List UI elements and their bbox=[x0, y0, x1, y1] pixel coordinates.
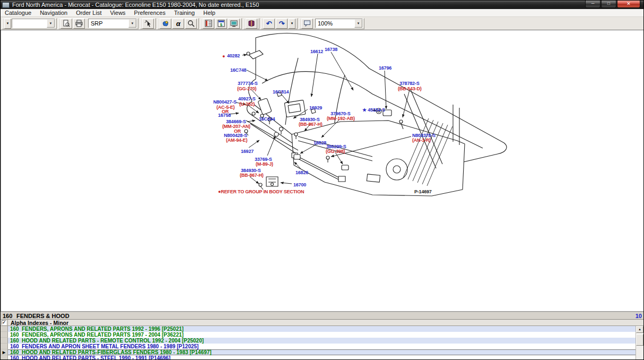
parts-line-drawing bbox=[1, 30, 644, 311]
alpha-index-button[interactable]: α bbox=[172, 19, 184, 29]
row-header-cell bbox=[1, 332, 8, 338]
part-label: ●REFER TO GROUP IN BODY SECTION bbox=[218, 189, 304, 194]
row-description: FENDERS AND APRON SHEET METAL FENDERS 19… bbox=[22, 344, 198, 349]
close-button[interactable]: ✕ bbox=[617, 1, 640, 8]
price-type-combo[interactable]: SRP ▼ bbox=[88, 19, 137, 28]
row-section-code: 160 bbox=[8, 355, 22, 360]
zoom-tool-button[interactable] bbox=[185, 19, 197, 29]
menu-preferences[interactable]: Preferences bbox=[130, 9, 170, 16]
part-label: (AN-3-R) bbox=[412, 138, 431, 143]
part-label[interactable]: N800427-S bbox=[213, 99, 237, 105]
list-item[interactable]: 160FENDERS, APRONS AND RELATED PARTS 199… bbox=[1, 332, 637, 338]
part-label: (MM-192-AB) bbox=[327, 116, 355, 121]
graphic-view-button[interactable] bbox=[228, 19, 240, 29]
redo-button[interactable]: ↷ bbox=[276, 19, 288, 29]
title-bar: Ford North America - Microcat - Catalogu… bbox=[1, 1, 643, 9]
menu-order-list[interactable]: Order List bbox=[72, 9, 106, 16]
scroll-thumb[interactable] bbox=[636, 334, 643, 346]
redo-history-dropdown[interactable]: ▼ bbox=[289, 19, 295, 29]
part-label[interactable]: 16929 bbox=[309, 105, 322, 110]
part-label[interactable]: ★ 45334-S bbox=[362, 107, 385, 113]
window-title: Ford North America - Microcat - Catalogu… bbox=[12, 2, 259, 8]
part-label[interactable]: 16927 bbox=[241, 149, 254, 154]
part-label[interactable]: 40282 bbox=[227, 53, 240, 58]
part-label[interactable]: 16700 bbox=[293, 182, 306, 187]
maximize-button[interactable]: □ bbox=[601, 1, 616, 8]
price-panel-icon: $ bbox=[217, 20, 225, 27]
chevron-down-icon[interactable]: ▼ bbox=[354, 19, 362, 28]
history-dropdown-button[interactable]: ▼ bbox=[4, 19, 11, 29]
part-label: (GG-398) bbox=[326, 149, 345, 154]
chevron-down-icon[interactable]: ▼ bbox=[128, 19, 136, 28]
grid-scrollbar[interactable]: ▲ bbox=[636, 326, 643, 360]
screen-panel-icon bbox=[230, 20, 238, 27]
menu-catalogue[interactable]: Catalogue bbox=[1, 9, 36, 16]
notes-button[interactable] bbox=[301, 19, 313, 29]
part-label[interactable]: 40927-S bbox=[238, 96, 256, 101]
parts-view-button[interactable] bbox=[203, 19, 214, 29]
alpha-index-checkbox[interactable]: ✓ bbox=[2, 320, 6, 325]
list-item[interactable]: 160HOOD AND RELATED PARTS - STEEL 1990 -… bbox=[1, 355, 637, 360]
part-label: (GG-270) bbox=[237, 86, 256, 91]
part-select-pointer-button[interactable] bbox=[142, 19, 154, 29]
part-label[interactable]: 16826 bbox=[295, 170, 308, 175]
row-header-cell bbox=[1, 355, 8, 360]
graphic-index-button[interactable] bbox=[160, 19, 171, 29]
undo-button[interactable]: ↶ bbox=[263, 19, 275, 29]
row-description: FENDERS, APRONS AND RELATED PARTS 1992 -… bbox=[22, 326, 184, 332]
print-button[interactable] bbox=[73, 19, 85, 29]
price-view-button[interactable]: $ bbox=[215, 19, 227, 29]
part-label[interactable]: 16C814 bbox=[273, 89, 289, 95]
zoom-level-combo[interactable]: 100% ▼ bbox=[315, 19, 363, 28]
filter-header: ✓ Alpha Indexes - Minor bbox=[1, 320, 643, 326]
book-icon bbox=[248, 20, 255, 27]
list-item[interactable]: 160HOOD AND RELATED PARTS - REMOTE CONTR… bbox=[1, 338, 637, 344]
menu-training[interactable]: Training bbox=[170, 9, 199, 16]
row-section-code: 160 bbox=[8, 332, 22, 338]
menu-views[interactable]: Views bbox=[106, 9, 129, 16]
row-description: HOOD AND RELATED PARTS - REMOTE CONTROL … bbox=[22, 338, 204, 344]
chevron-down-icon[interactable]: ▼ bbox=[47, 19, 55, 28]
section-code: 160 bbox=[3, 313, 12, 320]
part-label: ● bbox=[222, 54, 225, 59]
row-header-cell bbox=[1, 338, 8, 344]
catalogue-book-button[interactable] bbox=[246, 19, 257, 29]
section-title: FENDERS & HOOD bbox=[16, 313, 69, 320]
print-preview-icon bbox=[63, 20, 70, 27]
part-label: (U-262) bbox=[239, 101, 255, 107]
magnifier-icon bbox=[187, 20, 195, 27]
part-label[interactable]: 377774-S bbox=[238, 81, 257, 86]
index-rows: 160FENDERS, APRONS AND RELATED PARTS 199… bbox=[1, 326, 637, 360]
current-row-pointer-icon: ▶ bbox=[1, 349, 8, 355]
part-label[interactable]: 16828 bbox=[314, 140, 326, 145]
menu-help[interactable]: Help bbox=[199, 9, 220, 16]
print-preview-button[interactable] bbox=[60, 19, 72, 29]
minimize-button[interactable]: ─ bbox=[585, 1, 601, 8]
part-label[interactable]: 16C644 bbox=[259, 116, 275, 122]
part-label[interactable]: 16612 bbox=[310, 49, 323, 54]
row-section-code: 160 bbox=[8, 326, 22, 332]
filter-label: Alpha Indexes - Minor bbox=[11, 320, 68, 326]
part-label[interactable]: 16738 bbox=[325, 47, 337, 52]
printer-icon bbox=[75, 20, 83, 27]
list-item[interactable]: 160FENDERS, APRONS AND RELATED PARTS 199… bbox=[1, 326, 637, 332]
part-label[interactable]: 378782-S bbox=[399, 81, 419, 86]
menu-navigation[interactable]: Navigation bbox=[36, 9, 72, 16]
illustration-panel[interactable]: ●40282166121673816C748377774-S(GG-270)16… bbox=[1, 30, 644, 311]
part-label[interactable]: 16796 bbox=[379, 65, 391, 71]
part-label: P-14697 bbox=[414, 189, 432, 194]
part-label[interactable]: 16758 bbox=[218, 113, 231, 118]
part-label: (BB-543-D) bbox=[398, 86, 422, 91]
parts-panel-icon bbox=[205, 20, 212, 27]
graphic-part-icon bbox=[162, 20, 169, 27]
row-section-code: 160 bbox=[8, 338, 22, 344]
part-label[interactable]: 16C748 bbox=[230, 67, 246, 73]
section-header: 160 FENDERS & HOOD 10 bbox=[1, 313, 643, 320]
row-description: HOOD AND RELATED PARTS - STEEL 1990 - 19… bbox=[22, 355, 170, 360]
section-count: 10 bbox=[636, 313, 642, 320]
part-label: (AM-94-E) bbox=[226, 138, 247, 143]
scroll-up-icon[interactable]: ▲ bbox=[636, 326, 643, 333]
list-item[interactable]: ▶160HOOD AND RELATED PARTS-FIBERGLASS FE… bbox=[1, 349, 637, 355]
vehicle-combo[interactable]: ▼ bbox=[12, 19, 55, 28]
list-item[interactable]: 160FENDERS AND APRON SHEET METAL FENDERS… bbox=[1, 344, 637, 349]
